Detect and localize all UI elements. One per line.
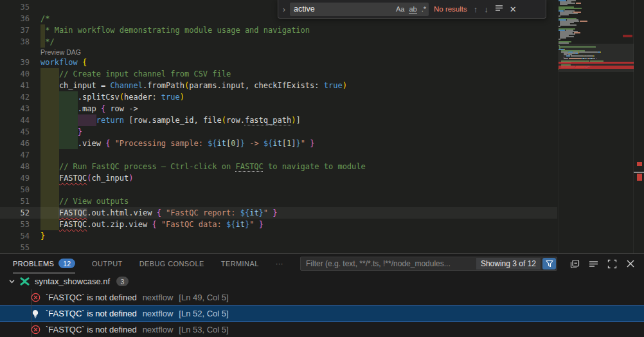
line-number[interactable]: 55 — [0, 242, 30, 253]
whole-word-icon[interactable]: ab — [409, 5, 416, 14]
minimap-code-mark — [559, 15, 560, 17]
panel-tab-problems[interactable]: PROBLEMS12 — [13, 255, 75, 273]
line-number[interactable]: 54 — [0, 230, 30, 242]
find-query-text[interactable]: active — [294, 5, 391, 14]
panel-tab-debug-console[interactable]: DEBUG CONSOLE — [139, 255, 204, 273]
code-token: params.input, checkIfExists: — [189, 81, 324, 90]
panel-tab-output[interactable]: OUTPUT — [92, 255, 123, 273]
code-line-53[interactable]: 53 FASTQC.out.zip.view { "FastQC data: $… — [0, 219, 557, 230]
code-line-44[interactable]: 44 return [row.sample_id, file(row.fastq… — [0, 114, 557, 126]
panel-tab-label: OUTPUT — [92, 260, 123, 268]
next-match-icon[interactable]: ↓ — [484, 5, 488, 14]
code-line-51[interactable]: 51 // View outputs — [0, 196, 557, 207]
chevron-down-icon[interactable] — [6, 278, 17, 285]
line-number[interactable]: 43 — [0, 103, 30, 114]
code-line-55[interactable]: 55 — [0, 242, 557, 253]
filter-funnel-icon[interactable] — [542, 258, 556, 269]
code-token: .map — [40, 104, 101, 113]
code-line-52[interactable]: 52 FASTQC.out.html.view { "FastQC report… — [0, 207, 557, 219]
line-number[interactable]: 39 — [0, 57, 30, 68]
code-text: FASTQC(ch_input) — [40, 172, 134, 184]
panel-header: PROBLEMS12OUTPUTDEBUG CONSOLETERMINAL···… — [0, 254, 644, 273]
code-token: ch_input — [92, 174, 129, 183]
codelens-preview-dag[interactable]: Preview DAG — [40, 48, 81, 57]
code-editor[interactable]: 3536/*37 * Main workflow demonstrating m… — [0, 0, 644, 253]
code-token — [40, 127, 78, 136]
regex-icon[interactable]: .* — [422, 5, 426, 13]
code-line-49[interactable]: 49 FASTQC(ch_input) — [0, 172, 557, 184]
code-line-41[interactable]: 41 ch_input = Channel.fromPath(params.in… — [0, 80, 557, 91]
line-number[interactable]: 47 — [0, 149, 30, 161]
code-token: .fromPath — [143, 81, 184, 90]
code-line-48[interactable]: 48 // Run FastQC process – Ctrl-click on… — [0, 161, 557, 172]
code-token: { — [157, 208, 161, 217]
code-token: [row.sample_id, file — [124, 116, 222, 125]
line-number[interactable]: 51 — [0, 196, 30, 207]
view-as-table-icon[interactable] — [589, 259, 598, 269]
panel-tab-terminal[interactable]: TERMINAL — [221, 255, 259, 273]
panel-tab-label: PROBLEMS — [13, 260, 54, 268]
line-number[interactable]: 44 — [0, 114, 30, 126]
code-line-39[interactable]: 39workflow { — [0, 57, 557, 68]
ruler-error-mark — [637, 162, 642, 166]
code-token: FASTQC — [235, 162, 263, 171]
find-input[interactable]: active Aa ab .* — [290, 3, 429, 16]
line-number[interactable]: 45 — [0, 126, 30, 138]
code-line-46[interactable]: 46 .view { "Processing sample: ${it[0]} … — [0, 138, 557, 149]
code-token — [40, 116, 96, 125]
problems-filter-input[interactable]: Filter (e.g. text, **/*.ts, !**/node_mod… — [300, 257, 557, 271]
line-number[interactable]: 36 — [0, 13, 30, 24]
maximize-panel-icon[interactable] — [607, 259, 617, 269]
code-line-47[interactable]: 47 — [0, 149, 557, 161]
problems-file-name: syntax_showcase.nf — [35, 277, 110, 286]
line-number[interactable]: 38 — [0, 36, 30, 48]
close-find-icon[interactable]: ✕ — [510, 5, 517, 14]
panel-tab--[interactable]: ··· — [276, 255, 283, 273]
line-number[interactable]: 49 — [0, 172, 30, 184]
code-line-54[interactable]: 54} — [0, 230, 557, 242]
code-token: */ — [40, 37, 55, 46]
code-line-40[interactable]: 40 // Create input channel from CSV file — [0, 68, 557, 80]
code-line-38[interactable]: 38 */ — [0, 36, 557, 48]
line-number[interactable]: 37 — [0, 24, 30, 36]
code-token: -> — [245, 139, 264, 148]
problem-row[interactable]: `FASTQC` is not definednextflow[Ln 53, C… — [0, 322, 644, 337]
line-number[interactable]: 53 — [0, 219, 30, 230]
close-panel-icon[interactable] — [626, 259, 635, 268]
code-line-43[interactable]: 43 .map { row -> — [0, 103, 557, 114]
minimap-code-mark — [559, 26, 560, 27]
code-token: } — [273, 208, 277, 217]
code-token: } — [296, 139, 300, 148]
line-number[interactable]: 41 — [0, 80, 30, 91]
overview-ruler[interactable] — [633, 0, 644, 253]
code-token: } — [240, 139, 245, 148]
code-token — [157, 220, 161, 229]
line-number[interactable]: 42 — [0, 91, 30, 103]
problem-row[interactable]: `FASTQC` is not definednextflow[Ln 49, C… — [0, 289, 644, 305]
line-number[interactable]: 48 — [0, 161, 30, 172]
code-token: ${ — [264, 139, 273, 148]
line-number[interactable]: 50 — [0, 184, 30, 196]
minimap-error-mark — [559, 66, 634, 69]
line-number[interactable]: 35 — [0, 1, 30, 13]
line-number[interactable]: 46 — [0, 138, 30, 149]
toggle-replace-icon[interactable]: › — [278, 5, 290, 14]
collapse-all-icon[interactable] — [570, 259, 580, 269]
code-line-50[interactable]: 50 — [0, 184, 557, 196]
line-number[interactable]: 52 — [0, 207, 30, 219]
minimap[interactable] — [558, 0, 634, 253]
previous-match-icon[interactable]: ↑ — [474, 5, 478, 14]
code-line-45[interactable]: 45 } — [0, 126, 557, 138]
problems-file-row[interactable]: syntax_showcase.nf 3 — [0, 273, 644, 289]
find-in-selection-icon[interactable] — [495, 4, 503, 14]
minimap-error-mark — [559, 62, 634, 64]
code-token: [ — [282, 139, 287, 148]
lightbulb-icon[interactable] — [30, 309, 40, 318]
match-case-icon[interactable]: Aa — [396, 5, 404, 13]
code-token: // Run FastQC process – Ctrl-click on — [59, 162, 236, 171]
line-number[interactable]: 40 — [0, 68, 30, 80]
code-line-42[interactable]: 42 .splitCsv(header: true) — [0, 91, 557, 103]
code-token: to navigate to module — [264, 162, 366, 171]
code-line-37[interactable]: 37 * Main workflow demonstrating module … — [0, 24, 557, 36]
problem-row[interactable]: `FASTQC` is not definednextflow[Ln 52, C… — [0, 305, 644, 322]
